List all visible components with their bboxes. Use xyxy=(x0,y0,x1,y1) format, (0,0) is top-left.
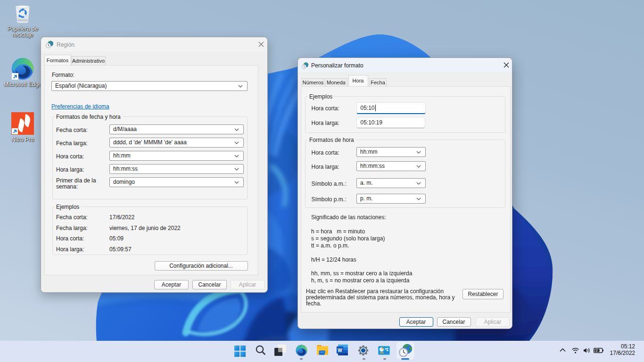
svg-text:W: W xyxy=(338,348,342,353)
